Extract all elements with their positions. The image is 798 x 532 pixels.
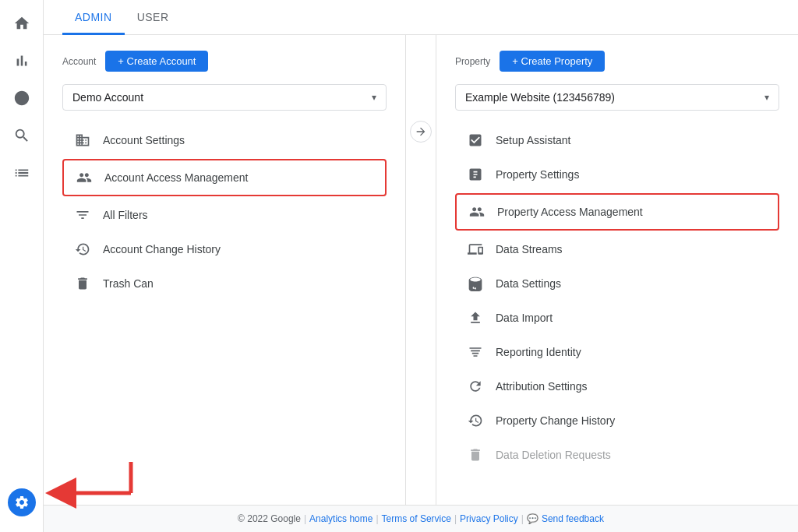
account-access-management-highlight: Account Access Management [62, 159, 387, 196]
property-dropdown-arrow-icon: ▾ [764, 92, 769, 103]
data-streams-item[interactable]: Data Streams [455, 232, 779, 266]
account-change-history-label: Account Change History [103, 243, 374, 255]
terms-link[interactable]: Terms of Service [382, 513, 451, 524]
setup-assistant-item[interactable]: Setup Assistant [455, 123, 779, 157]
copyright-text: © 2022 Google [238, 513, 301, 524]
create-property-button[interactable]: + Create Property [500, 51, 605, 72]
account-dropdown-arrow-icon: ▾ [372, 92, 376, 103]
all-filters-label: All Filters [103, 209, 374, 221]
property-settings-icon [468, 167, 485, 182]
account-column: Account + Create Account Demo Account ▾ … [44, 35, 405, 505]
trash-icon [75, 276, 92, 291]
admin-panel: Account + Create Account Demo Account ▾ … [44, 35, 798, 505]
tab-bar: ADMIN USER [44, 0, 798, 35]
filter-icon [75, 207, 92, 223]
main-content: ADMIN USER Account + Create Account Demo… [44, 0, 798, 532]
create-account-button[interactable]: + Create Account [105, 51, 208, 72]
property-access-management-highlight: Property Access Management [455, 193, 779, 231]
data-import-label: Data Import [496, 312, 767, 324]
tab-user[interactable]: USER [125, 0, 182, 35]
property-section-header: Property + Create Property [455, 51, 779, 72]
sidebar-bottom [8, 488, 36, 516]
account-change-history-item[interactable]: Account Change History [62, 232, 387, 266]
property-settings-label: Property Settings [496, 168, 767, 181]
property-dropdown[interactable]: Example Website (123456789) ▾ [455, 84, 779, 111]
column-divider-arrow[interactable] [410, 121, 432, 143]
trash-can-label: Trash Can [103, 277, 374, 290]
property-dropdown-value: Example Website (123456789) [465, 91, 615, 104]
trash-can-item[interactable]: Trash Can [62, 266, 387, 301]
account-settings-label: Account Settings [103, 134, 374, 146]
property-users-icon [469, 204, 486, 220]
building-icon [75, 132, 92, 148]
data-deletion-label: Data Deletion Requests [496, 449, 767, 461]
tab-admin[interactable]: ADMIN [62, 0, 125, 35]
property-column: Property + Create Property Example Websi… [436, 35, 798, 505]
all-filters-item[interactable]: All Filters [62, 198, 387, 232]
assistant-icon [468, 132, 485, 148]
home-icon[interactable] [6, 8, 37, 39]
delete-icon [468, 447, 485, 463]
users-icon [76, 170, 94, 185]
property-settings-item[interactable]: Property Settings [455, 157, 779, 192]
streams-icon [468, 241, 485, 257]
property-label: Property [455, 56, 490, 67]
attribution-settings-label: Attribution Settings [496, 380, 767, 393]
data-settings-item[interactable]: Data Settings [455, 266, 779, 301]
account-access-management-item[interactable]: Account Access Management [64, 160, 385, 195]
property-change-history-label: Property Change History [496, 414, 767, 427]
sidebar [0, 0, 44, 532]
account-label: Account [62, 56, 96, 67]
account-dropdown[interactable]: Demo Account ▾ [62, 84, 387, 111]
feedback-icon: 💬 [527, 513, 538, 524]
reporting-icon [468, 344, 485, 360]
property-access-management-item[interactable]: Property Access Management [457, 195, 778, 229]
account-dropdown-value: Demo Account [72, 91, 143, 104]
target-icon[interactable] [6, 83, 37, 114]
account-section-header: Account + Create Account [62, 51, 387, 72]
data-import-item[interactable]: Data Import [455, 301, 779, 335]
prop-history-icon [468, 413, 485, 428]
reporting-identity-label: Reporting Identity [496, 346, 767, 358]
account-settings-item[interactable]: Account Settings [62, 123, 387, 157]
attribution-icon [468, 379, 485, 394]
list-icon[interactable] [6, 157, 37, 188]
attribution-settings-item[interactable]: Attribution Settings [455, 369, 779, 403]
analytics-home-link[interactable]: Analytics home [309, 513, 373, 524]
history-icon [75, 241, 92, 257]
property-access-management-label: Property Access Management [497, 206, 765, 218]
admin-settings-button[interactable] [8, 488, 36, 516]
send-feedback-link[interactable]: Send feedback [542, 513, 604, 524]
reporting-identity-item[interactable]: Reporting Identity [455, 335, 779, 369]
data-settings-label: Data Settings [496, 277, 767, 290]
account-access-management-label: Account Access Management [104, 171, 373, 184]
data-settings-icon [468, 276, 485, 291]
data-deletion-item[interactable]: Data Deletion Requests [455, 438, 779, 472]
property-change-history-item[interactable]: Property Change History [455, 403, 779, 438]
setup-assistant-label: Setup Assistant [496, 134, 767, 146]
bar-chart-icon[interactable] [6, 45, 37, 76]
column-divider [405, 35, 436, 505]
data-streams-label: Data Streams [496, 243, 767, 255]
footer: © 2022 Google | Analytics home | Terms o… [44, 505, 798, 532]
search-icon[interactable] [6, 120, 37, 151]
privacy-link[interactable]: Privacy Policy [460, 513, 518, 524]
upload-icon [468, 310, 485, 326]
